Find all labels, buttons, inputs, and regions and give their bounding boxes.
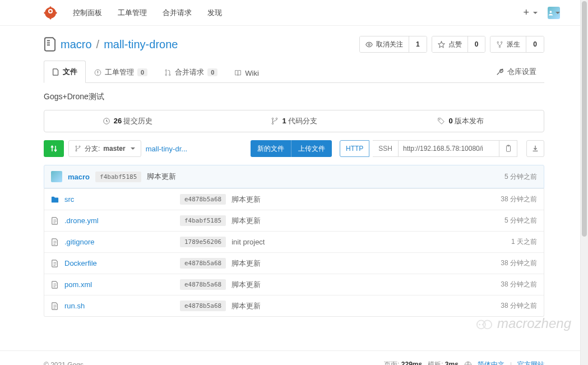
tab-wiki[interactable]: Wiki [226,63,267,83]
file-commit-message[interactable]: 脚本更新 [232,258,261,269]
file-commit-sha[interactable]: 1789e56206 [180,237,226,247]
scrollbar-thumb[interactable] [582,1,587,237]
globe-icon [464,361,472,366]
star-button[interactable]: 点赞 [432,36,467,52]
file-name-link[interactable]: .drone.yml [64,216,99,225]
file-commit-message[interactable]: 脚本更新 [232,195,261,205]
releases-stat[interactable]: 0版本发布 [377,110,544,132]
tab-files[interactable]: 文件 [44,61,86,83]
file-row: .gitignore1789e56206init project1 天之前 [44,231,544,252]
footer-language[interactable]: 简体中文 [478,360,504,365]
history-icon [103,117,110,125]
star-count[interactable]: 0 [467,36,485,52]
footer-page-time: 页面: 229ms [384,360,422,365]
tab-issues[interactable]: 工单管理 0 [86,61,156,83]
fork-count[interactable]: 0 [526,36,544,52]
file-commit-message[interactable]: 脚本更新 [232,280,261,290]
nav-dashboard[interactable]: 控制面板 [73,8,102,18]
user-menu[interactable] [548,7,560,19]
watch-count[interactable]: 1 [409,36,427,52]
svg-point-16 [79,146,80,147]
file-commit-message[interactable]: 脚本更新 [232,301,261,311]
compare-button[interactable] [44,140,64,157]
http-protocol-button[interactable]: HTTP [340,140,369,157]
branches-count: 1 [282,117,286,125]
clone-url-input[interactable] [399,140,499,157]
file-commit-sha[interactable]: f4babf5185 [180,215,226,226]
tab-issues-label: 工单管理 [105,67,134,77]
tab-wiki-label: Wiki [245,69,259,77]
branches-stat[interactable]: 1代码分支 [211,110,377,132]
footer-website[interactable]: 官方网站 [517,360,544,365]
commit-author-link[interactable]: macro [68,173,90,181]
compare-icon [49,144,58,153]
repo-icon [44,37,56,52]
gogs-logo[interactable] [44,6,57,20]
file-name-link[interactable]: pom.xml [64,280,92,289]
file-name-link[interactable]: Dockerfile [64,259,97,267]
file-commit-time: 1 天之前 [511,237,537,247]
footer-copyright: © 2021 Gogs [44,361,84,366]
file-commit-sha[interactable]: e4878b5a68 [180,258,226,269]
tab-pulls-label: 合并请求 [175,67,204,77]
file-commit-sha[interactable]: e4878b5a68 [180,301,226,311]
file-commit-message[interactable]: init project [232,238,265,246]
tab-pulls[interactable]: 合并请求 0 [156,61,226,83]
fork-label: 派生 [507,40,520,49]
folder-icon [51,196,59,204]
file-commit-sha[interactable]: e4878b5a68 [180,194,226,205]
download-button[interactable] [526,140,544,157]
breadcrumb-root[interactable]: mall-tiny-dr... [146,145,187,153]
commits-stat[interactable]: 26提交历史 [44,110,211,132]
ssh-protocol-button[interactable]: SSH [373,140,399,157]
file-row: Dockerfilee4878b5a68脚本更新38 分钟之前 [44,252,544,274]
pulls-count-badge: 0 [207,68,217,76]
git-pull-icon [164,69,172,76]
releases-label: 版本发布 [455,117,484,125]
file-row: run.she4878b5a68脚本更新38 分钟之前 [44,295,544,316]
create-menu[interactable]: + [523,7,538,19]
file-commit-sha[interactable]: e4878b5a68 [180,279,226,290]
repo-owner-link[interactable]: macro [61,38,92,51]
svg-point-15 [76,146,77,147]
scrollbar[interactable] [580,0,588,365]
fork-icon [496,41,503,48]
commit-message[interactable]: 脚本更新 [147,172,176,182]
file-icon [51,217,59,225]
upload-file-button[interactable]: 上传文件 [291,140,332,157]
file-commit-time: 38 分钟之前 [501,195,537,204]
commit-author-avatar[interactable] [51,171,62,182]
copy-url-button[interactable] [499,140,517,157]
releases-count: 0 [448,117,452,125]
svg-point-1 [368,43,370,45]
warning-icon [94,69,101,76]
commit-sha[interactable]: f4babf5185 [95,172,141,182]
file-name-link[interactable]: run.sh [64,302,85,310]
branch-selector[interactable]: 分支: master [68,140,141,157]
download-icon [531,145,539,153]
unwatch-button[interactable]: 取消关注 [360,36,409,52]
repo-description: Gogs+Drone测试 [44,83,544,110]
repo-tabs: 文件 工单管理 0 合并请求 0 Wiki 仓库设置 [44,61,544,83]
file-commit-message[interactable]: 脚本更新 [232,216,261,226]
commit-time: 5 分钟之前 [504,172,537,182]
branch-icon [75,145,81,152]
fork-button[interactable]: 派生 [490,36,526,52]
file-name-link[interactable]: src [64,195,74,204]
repo-name-link[interactable]: mall-tiny-drone [104,38,178,51]
branch-icon [271,117,279,125]
unwatch-label: 取消关注 [376,40,403,49]
file-icon [51,260,59,267]
file-commit-time: 38 分钟之前 [501,258,537,268]
svg-point-3 [501,41,502,43]
eye-icon [365,41,373,48]
file-name-link[interactable]: .gitignore [64,238,94,246]
nav-explore[interactable]: 发现 [207,8,222,18]
nav-issues[interactable]: 工单管理 [118,8,147,18]
new-file-button[interactable]: 新的文件 [251,140,291,157]
svg-point-2 [497,41,498,43]
nav-pulls[interactable]: 合并请求 [163,8,192,18]
file-icon [51,281,59,289]
tab-settings[interactable]: 仓库设置 [488,61,544,82]
top-nav: 控制面板 工单管理 合并请求 发现 + [0,0,588,26]
